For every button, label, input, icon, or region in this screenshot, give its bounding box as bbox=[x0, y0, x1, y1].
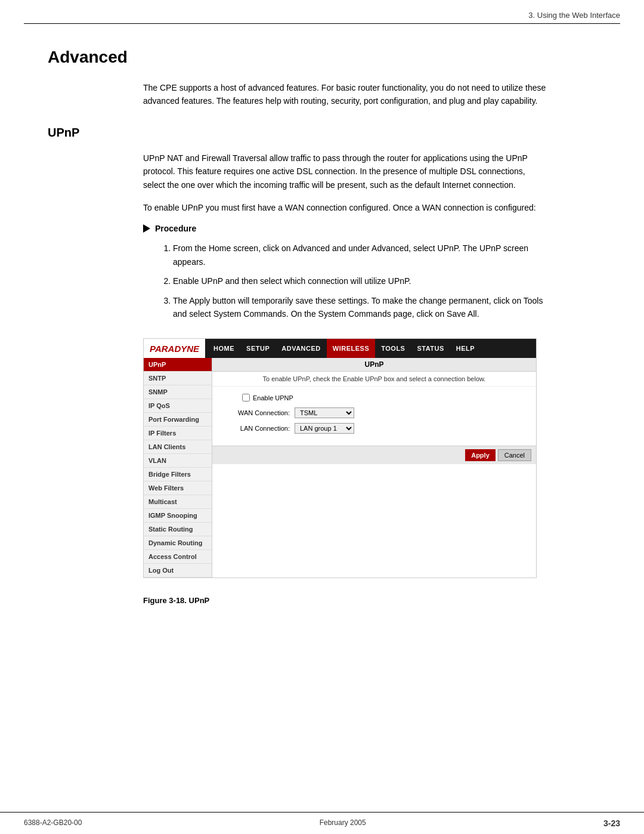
breadcrumb: 3. Using the Web Interface bbox=[528, 11, 620, 20]
footer-left: 6388-A2-GB20-00 bbox=[24, 818, 82, 828]
main-panel-content: Enable UPNP WAN Connection: TSML LAN Con… bbox=[212, 387, 536, 446]
nav-help[interactable]: HELP bbox=[450, 339, 481, 358]
screenshot: PARADYNE HOME SETUP ADVANCED WIRELESS TO… bbox=[143, 338, 537, 578]
footer-center: February 2005 bbox=[320, 818, 366, 828]
upnp-section-title: UPnP bbox=[48, 126, 596, 140]
nav-advanced[interactable]: ADVANCED bbox=[275, 339, 327, 358]
sidebar-item-log-out[interactable]: Log Out bbox=[144, 564, 212, 577]
sidebar-item-access-control[interactable]: Access Control bbox=[144, 550, 212, 564]
steps-list: From the Home screen, click on Advanced … bbox=[161, 242, 555, 320]
sidebar-item-upnp[interactable]: UPnP bbox=[144, 358, 212, 372]
lan-label: LAN Connection: bbox=[224, 425, 290, 432]
wan-label: WAN Connection: bbox=[224, 409, 290, 416]
nav-status[interactable]: STATUS bbox=[411, 339, 450, 358]
sidebar-item-multicast[interactable]: Multicast bbox=[144, 495, 212, 509]
bottom-bar: Apply Cancel bbox=[212, 446, 536, 464]
sidebar-item-sntp[interactable]: SNTP bbox=[144, 372, 212, 385]
procedure-header: Procedure bbox=[143, 224, 596, 233]
sidebar-item-web-filters[interactable]: Web Filters bbox=[144, 481, 212, 495]
sidebar-item-lan-clients[interactable]: LAN Clients bbox=[144, 440, 212, 454]
step-1: From the Home screen, click on Advanced … bbox=[173, 242, 555, 268]
sidebar-item-vlan[interactable]: VLAN bbox=[144, 454, 212, 468]
sidebar-item-snmp[interactable]: SNMP bbox=[144, 385, 212, 399]
enable-upnp-label: Enable UPNP bbox=[253, 394, 293, 401]
figure-caption: Figure 3-18. UPnP bbox=[143, 596, 596, 605]
page-footer: 6388-A2-GB20-00 February 2005 3-23 bbox=[0, 812, 644, 834]
procedure-triangle-icon bbox=[143, 224, 150, 233]
nav-tools[interactable]: TOOLS bbox=[375, 339, 411, 358]
sidebar-item-static-routing[interactable]: Static Routing bbox=[144, 523, 212, 536]
main-panel: UPnP To enable UPnP, check the Enable UP… bbox=[212, 358, 536, 577]
sidebar-item-ip-filters[interactable]: IP Filters bbox=[144, 427, 212, 440]
lan-connection-row: LAN Connection: LAN group 1 bbox=[224, 423, 524, 434]
main-panel-title: UPnP bbox=[212, 358, 536, 372]
page-header: 3. Using the Web Interface bbox=[0, 0, 644, 23]
intro-text: The CPE supports a host of advanced feat… bbox=[143, 81, 549, 108]
nav-bar: PARADYNE HOME SETUP ADVANCED WIRELESS TO… bbox=[144, 339, 536, 358]
procedure-label: Procedure bbox=[155, 224, 196, 233]
step-2: Enable UPnP and then select which connec… bbox=[173, 274, 555, 288]
nav-logo: PARADYNE bbox=[144, 339, 205, 358]
screenshot-body: UPnP SNTP SNMP IP QoS Port Forwarding IP… bbox=[144, 358, 536, 577]
lan-connection-select[interactable]: LAN group 1 bbox=[295, 423, 354, 434]
nav-home[interactable]: HOME bbox=[208, 339, 240, 358]
wan-connection-row: WAN Connection: TSML bbox=[224, 407, 524, 418]
apply-button[interactable]: Apply bbox=[465, 449, 496, 461]
nav-wireless[interactable]: WIRELESS bbox=[327, 339, 375, 358]
enable-upnp-row: Enable UPNP bbox=[242, 394, 524, 401]
sidebar: UPnP SNTP SNMP IP QoS Port Forwarding IP… bbox=[144, 358, 212, 577]
nav-items: HOME SETUP ADVANCED WIRELESS TOOLS STATU… bbox=[208, 339, 481, 358]
upnp-body1: UPnP NAT and Firewall Traversal allow tr… bbox=[143, 152, 549, 191]
step-3: The Apply button will temporarily save t… bbox=[173, 294, 555, 321]
sidebar-item-igmp-snooping[interactable]: IGMP Snooping bbox=[144, 509, 212, 523]
enable-upnp-checkbox[interactable] bbox=[242, 394, 250, 401]
wan-connection-select[interactable]: TSML bbox=[295, 407, 354, 418]
main-content: Advanced The CPE supports a host of adva… bbox=[0, 24, 644, 629]
sidebar-item-bridge-filters[interactable]: Bridge Filters bbox=[144, 468, 212, 481]
sidebar-item-dynamic-routing[interactable]: Dynamic Routing bbox=[144, 536, 212, 550]
footer-right: 3-23 bbox=[603, 818, 620, 828]
nav-setup[interactable]: SETUP bbox=[240, 339, 275, 358]
cancel-button[interactable]: Cancel bbox=[498, 449, 531, 461]
sidebar-item-port-forwarding[interactable]: Port Forwarding bbox=[144, 413, 212, 427]
main-panel-subtitle: To enable UPnP, check the Enable UPnP bo… bbox=[212, 372, 536, 387]
upnp-body2: To enable UPnP you must first have a WAN… bbox=[143, 201, 549, 214]
sidebar-item-ipqos[interactable]: IP QoS bbox=[144, 399, 212, 413]
page-title: Advanced bbox=[48, 48, 596, 67]
